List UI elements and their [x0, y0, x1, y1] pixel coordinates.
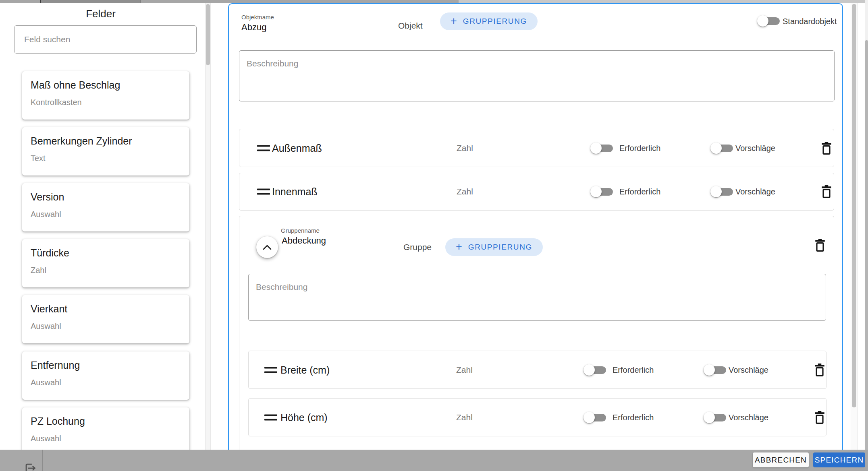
add-grouping-button[interactable]: + GRUPPIERUNG [445, 238, 543, 256]
field-card-type: Kontrollkasten [31, 98, 181, 107]
toggle-knob [757, 15, 768, 27]
field-type: Zahl [456, 413, 473, 422]
field-card-title: PZ Lochung [31, 415, 181, 427]
save-button[interactable]: SPEICHERN [813, 452, 865, 467]
required-toggle[interactable] [584, 412, 607, 423]
group-container: Gruppenname Gruppe + GRUPPIERUNG Breite … [239, 216, 834, 454]
search-input[interactable] [14, 25, 197, 54]
object-name-input[interactable] [241, 22, 380, 36]
app-screen: Felder Maß ohne Beschlag Kontrollkasten … [0, 0, 868, 471]
standard-object-label: Standardobjekt [783, 17, 837, 26]
field-card-type: Text [31, 154, 181, 163]
required-toggle[interactable] [584, 364, 607, 376]
field-card-type: Auswahl [31, 322, 181, 331]
delete-field-button[interactable] [814, 411, 825, 424]
background-tab-edge [40, 0, 141, 3]
field-card-title: Maß ohne Beschlag [31, 79, 181, 91]
field-card-type: Zahl [31, 266, 181, 275]
suggestions-label: Vorschläge [729, 413, 768, 422]
field-card[interactable]: Bemerkungen Zylinder Text [22, 127, 189, 176]
exit-button[interactable] [24, 462, 36, 471]
group-name-label: Gruppenname [281, 227, 320, 234]
collapse-group-button[interactable] [256, 236, 278, 258]
delete-field-button[interactable] [821, 185, 832, 198]
chevron-up-icon [263, 245, 272, 250]
suggestions-toggle[interactable] [704, 412, 727, 423]
trash-icon [821, 142, 832, 155]
field-label: Innenmaß [272, 186, 318, 198]
delete-group-button[interactable] [815, 239, 825, 252]
field-card-title: Entfernung [31, 359, 181, 371]
plus-icon: + [451, 16, 457, 27]
required-toggle[interactable] [590, 143, 614, 154]
drag-handle-icon[interactable] [257, 145, 270, 151]
required-toggle[interactable] [590, 186, 614, 197]
sidebar-scrollbar-track [205, 3, 211, 450]
required-label: Erforderlich [613, 413, 654, 422]
drag-handle-icon[interactable] [264, 367, 277, 373]
field-card-type: Auswahl [31, 378, 181, 387]
field-label: Außenmaß [272, 142, 322, 154]
field-card-type: Auswahl [31, 210, 181, 219]
field-card[interactable]: Vierkant Auswahl [22, 295, 189, 343]
delete-field-button[interactable] [814, 364, 825, 376]
field-card-type: Auswahl [31, 434, 181, 443]
standard-object-toggle[interactable] [757, 15, 781, 27]
window-scrollbar-thumb[interactable] [865, 40, 868, 457]
exit-icon [24, 462, 36, 471]
sidebar-scrollbar-thumb[interactable] [206, 4, 210, 65]
delete-field-button[interactable] [821, 142, 832, 155]
field-card-title: Version [31, 191, 181, 203]
field-card[interactable]: PZ Lochung Auswahl [22, 407, 189, 450]
suggestions-label: Vorschläge [735, 143, 775, 153]
field-card[interactable]: Türdicke Zahl [22, 239, 189, 287]
field-row: Außenmaß Zahl Erforderlich Vorschläge [239, 129, 834, 167]
suggestions-toggle[interactable] [704, 364, 727, 376]
field-label: Höhe (cm) [280, 411, 328, 423]
field-card[interactable]: Version Auswahl [22, 183, 189, 231]
cancel-button[interactable]: ABBRECHEN [753, 452, 809, 467]
field-row: Innenmaß Zahl Erforderlich Vorschläge [239, 173, 834, 211]
suggestions-label: Vorschläge [729, 365, 768, 374]
group-description-textarea[interactable] [248, 274, 826, 321]
required-label: Erforderlich [619, 143, 660, 153]
suggestions-toggle[interactable] [710, 186, 734, 197]
field-card-title: Türdicke [31, 247, 181, 259]
field-row: Breite (cm) Zahl Erforderlich Vorschläge [248, 351, 826, 389]
fields-sidebar: Felder Maß ohne Beschlag Kontrollkasten … [0, 3, 206, 450]
field-card-title: Bemerkungen Zylinder [31, 135, 181, 147]
trash-icon [814, 364, 825, 376]
drag-handle-icon[interactable] [264, 414, 277, 420]
field-card[interactable]: Entfernung Auswahl [22, 351, 189, 400]
field-label: Breite (cm) [280, 364, 330, 376]
sidebar-title: Felder [0, 8, 201, 20]
object-name-label: Objektname [241, 14, 274, 21]
footer-bar: ABBRECHEN SPEICHERN [0, 450, 868, 471]
suggestions-toggle[interactable] [710, 143, 734, 154]
required-label: Erforderlich [613, 365, 654, 374]
drag-handle-icon[interactable] [257, 189, 270, 195]
field-type: Zahl [457, 187, 473, 196]
field-card[interactable]: Maß ohne Beschlag Kontrollkasten [22, 71, 189, 120]
group-kind-label: Gruppe [403, 242, 432, 252]
background-toolbar-edge [459, 0, 865, 3]
trash-icon [815, 239, 825, 252]
field-type: Zahl [456, 365, 473, 375]
trash-icon [814, 411, 825, 424]
add-grouping-button[interactable]: + GRUPPIERUNG [440, 12, 538, 30]
field-type: Zahl [457, 143, 473, 153]
required-label: Erforderlich [619, 187, 660, 196]
group-name-input[interactable] [281, 236, 384, 259]
background-page-edge [0, 0, 868, 3]
dialog-scrollbar-thumb[interactable] [852, 4, 856, 407]
footer-divider [42, 450, 43, 471]
plus-icon: + [456, 242, 462, 252]
field-card-title: Vierkant [31, 303, 181, 315]
field-row: Höhe (cm) Zahl Erforderlich Vorschläge [248, 398, 826, 436]
trash-icon [821, 185, 832, 198]
object-description-textarea[interactable] [239, 50, 835, 101]
object-kind-label: Objekt [398, 21, 423, 31]
object-editor-panel: Objektname Objekt + GRUPPIERUNG Standard… [228, 3, 843, 450]
suggestions-label: Vorschläge [735, 187, 775, 196]
